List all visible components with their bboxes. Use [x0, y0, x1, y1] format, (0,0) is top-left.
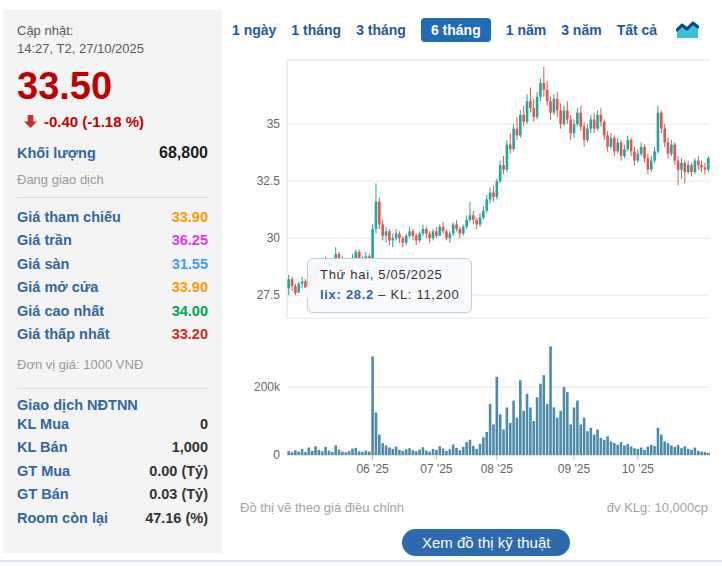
table-row-gia-mo-cua: Giá mở cửa33.90 — [17, 276, 208, 300]
svg-text:09 '25: 09 '25 — [558, 462, 591, 476]
bottom-divider — [0, 560, 722, 562]
table-row-kl-mua: KL Mua0 — [17, 413, 208, 437]
svg-text:0: 0 — [273, 448, 280, 462]
tooltip-tail — [299, 285, 309, 299]
price-stats-table: Giá tham chiếu33.90Giá trần36.25Giá sàn3… — [17, 206, 208, 347]
stock-quote-widget: Cập nhật: 14:27, T2, 27/10/2025 33.50 -0… — [0, 0, 722, 567]
row-label: Giá tham chiếu — [17, 206, 121, 230]
svg-text:30: 30 — [267, 231, 281, 245]
tab-1-nam[interactable]: 1 năm — [506, 22, 546, 38]
table-row-kl-ban: KL Bán1,000 — [17, 436, 208, 460]
table-row-gt-ban: GT Bán0.03 (Tỷ) — [17, 483, 208, 507]
tab-1-ngay[interactable]: 1 ngày — [232, 22, 276, 38]
session-status: Đang giao dịch — [17, 172, 208, 187]
svg-text:07 '25: 07 '25 — [420, 462, 453, 476]
row-label: Giá thấp nhất — [17, 323, 110, 347]
current-price: 33.50 — [17, 67, 208, 107]
tooltip-symbol-value: lix: 28.2 — [320, 287, 374, 302]
table-row-gia-tran: Giá trần36.25 — [17, 229, 208, 253]
price-change: -0.40 (-1.18 %) — [44, 113, 144, 130]
volume-unit-note: đv KLg: 10,000cp — [607, 500, 708, 515]
down-arrow-icon — [23, 114, 38, 129]
volume-label: Khối lượng — [17, 145, 96, 161]
price-change-row: -0.40 (-1.18 %) — [23, 113, 208, 130]
row-value: 31.55 — [172, 253, 208, 277]
row-label: Room còn lại — [17, 507, 108, 531]
svg-text:200k: 200k — [254, 380, 281, 394]
row-value: 0 — [200, 413, 208, 437]
tab-1-thang[interactable]: 1 tháng — [291, 22, 341, 38]
row-value: 0.00 (Tỷ) — [149, 460, 208, 484]
row-label: GT Mua — [17, 460, 70, 484]
svg-text:35: 35 — [267, 117, 281, 131]
divider — [17, 388, 208, 389]
area-chart-icon[interactable] — [676, 21, 699, 40]
tooltip-kl: – KL: 11,200 — [374, 287, 459, 302]
row-value: 34.00 — [172, 300, 208, 324]
row-value: 33.90 — [172, 276, 208, 300]
row-value: 1,000 — [172, 436, 208, 460]
foreign-trade-table: KL Mua0KL Bán1,000GT Mua0.00 (Tỷ)GT Bán0… — [17, 413, 208, 531]
row-value: 33.20 — [172, 323, 208, 347]
table-row-gia-thap-nhat: Giá thấp nhất33.20 — [17, 323, 208, 347]
tooltip-date: Thứ hai, 5/05/2025 — [320, 265, 459, 285]
table-row-gia-cao-nhat: Giá cao nhất34.00 — [17, 300, 208, 324]
row-value: 47.16 (%) — [145, 507, 208, 531]
row-label: Giá mở cửa — [17, 276, 98, 300]
price-chart[interactable]: 27.53032.535200k006 '2507 '2508 '2509 '2… — [240, 55, 722, 500]
tab-6-thang[interactable]: 6 tháng — [421, 18, 491, 42]
svg-text:27.5: 27.5 — [257, 288, 281, 302]
row-value: 33.90 — [172, 206, 208, 230]
table-row-room-con-lai: Room còn lại47.16 (%) — [17, 507, 208, 531]
divider — [17, 197, 208, 198]
volume-row: Khối lượng 68,800 — [17, 144, 208, 162]
row-value: 0.03 (Tỷ) — [149, 483, 208, 507]
table-row-gia-san: Giá sàn31.55 — [17, 253, 208, 277]
tab-3-nam[interactable]: 3 năm — [561, 22, 601, 38]
table-row-gt-mua: GT Mua0.00 (Tỷ) — [17, 460, 208, 484]
svg-text:32.5: 32.5 — [257, 174, 281, 188]
row-label: KL Bán — [17, 436, 68, 460]
table-row-gia-tham-chieu: Giá tham chiếu33.90 — [17, 206, 208, 230]
tooltip-values: lix: 28.2 – KL: 11,200 — [320, 285, 459, 305]
foreign-trade-title: Giao dịch NĐTNN — [17, 397, 208, 413]
row-label: Giá cao nhất — [17, 300, 104, 324]
range-tabs: 1 ngày1 tháng3 tháng6 tháng1 năm3 nămTất… — [232, 18, 699, 42]
volume-value: 68,800 — [159, 144, 208, 162]
row-value: 36.25 — [172, 229, 208, 253]
svg-text:06 '25: 06 '25 — [356, 462, 389, 476]
last-updated: Cập nhật: 14:27, T2, 27/10/2025 — [17, 22, 208, 57]
row-label: Giá sàn — [17, 253, 69, 277]
price-unit-note: Đơn vị giá: 1000 VNĐ — [17, 357, 208, 372]
adjusted-price-note: Đồ thị vẽ theo giá điều chỉnh — [240, 500, 404, 515]
row-label: Giá trần — [17, 229, 72, 253]
row-label: KL Mua — [17, 413, 69, 437]
tab-3-thang[interactable]: 3 tháng — [356, 22, 406, 38]
technical-chart-button[interactable]: Xem đồ thị kỹ thuật — [402, 529, 570, 556]
row-label: GT Bán — [17, 483, 69, 507]
updated-time: 14:27, T2, 27/10/2025 — [17, 41, 144, 56]
chart-tooltip: Thứ hai, 5/05/2025 lix: 28.2 – KL: 11,20… — [307, 258, 472, 313]
quote-panel: Cập nhật: 14:27, T2, 27/10/2025 33.50 -0… — [3, 10, 222, 553]
svg-text:08 '25: 08 '25 — [481, 462, 514, 476]
updated-label: Cập nhật: — [17, 23, 73, 38]
tab-tat-ca[interactable]: Tất cả — [617, 22, 657, 38]
svg-text:10 '25: 10 '25 — [622, 462, 655, 476]
